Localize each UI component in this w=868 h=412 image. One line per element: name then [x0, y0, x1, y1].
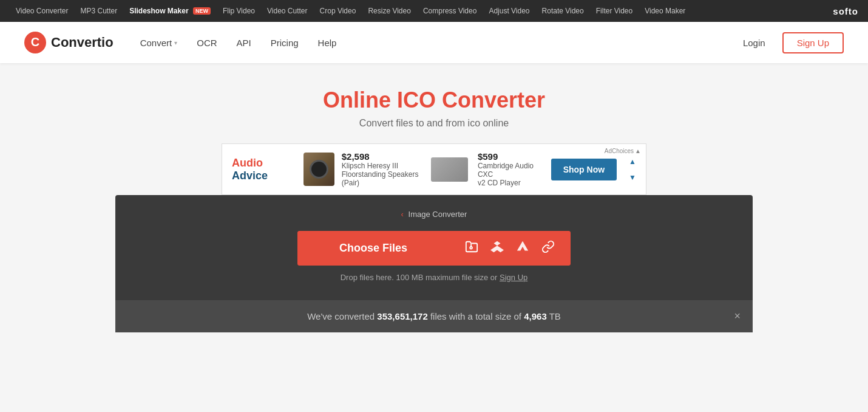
folder-icon-button[interactable]: [459, 240, 484, 256]
folder-icon: [465, 240, 478, 253]
login-button[interactable]: Login: [736, 33, 773, 53]
navbar-right: Login Sign Up: [736, 32, 844, 53]
ad-arrow-down[interactable]: ▼: [629, 173, 636, 182]
nav-link-pricing[interactable]: Pricing: [263, 33, 306, 53]
logo-text: Convertio: [51, 35, 114, 50]
ad-product1-info: $2,598 Klipsch Heresy III Floorstanding …: [342, 151, 432, 187]
topbar-link-rotate-video[interactable]: Rotate Video: [536, 0, 590, 22]
topbar-link-crop-video[interactable]: Crop Video: [314, 0, 362, 22]
drop-instructions: Drop files here. 100 MB maximum file siz…: [341, 273, 528, 282]
nav-link-api[interactable]: API: [229, 33, 259, 53]
signup-drop-link[interactable]: Sign Up: [500, 273, 527, 282]
topbar-link-resize-video[interactable]: Resize Video: [362, 0, 417, 22]
dropbox-icon: [490, 240, 504, 253]
stats-text: We've converted 353,651,172 files with a…: [307, 311, 561, 321]
chevron-down-icon: ▾: [174, 39, 177, 46]
ad-banner: AdChoices ▲ Audio Advice $2,598 Klipsch …: [222, 143, 646, 195]
converter-section: ‹ Image Converter Choose Files: [115, 195, 753, 332]
stats-size: 4,963: [524, 311, 547, 321]
nav-link-ocr[interactable]: OCR: [189, 33, 224, 53]
topbar-brand: softo: [833, 6, 858, 16]
new-badge: NEW: [193, 7, 211, 15]
topbar-link-adjust-video[interactable]: Adjust Video: [483, 0, 535, 22]
google-drive-icon-button[interactable]: [510, 240, 535, 256]
main-content: Online ICO Converter Convert files to an…: [0, 63, 868, 332]
ad-product2-name: Cambridge Audio CXC: [478, 162, 541, 179]
ad-brand-logo: Audio Advice: [232, 157, 296, 182]
navbar: C Convertio Convert ▾ OCR API Pricing He…: [0, 22, 868, 63]
nav-link-convert[interactable]: Convert ▾: [133, 33, 185, 53]
navbar-left: C Convertio Convert ▾ OCR API Pricing He…: [24, 32, 344, 53]
svg-text:C: C: [31, 35, 39, 49]
file-choose-row: Choose Files: [297, 231, 571, 266]
topbar-link-compress-video[interactable]: Compress Video: [417, 0, 483, 22]
topbar-links: Video Converter MP3 Cutter Slideshow Mak…: [10, 0, 691, 22]
nav-link-help[interactable]: Help: [311, 33, 344, 53]
ad-product1-image: [303, 153, 334, 186]
page-subtitle: Convert files to and from ico online: [359, 118, 509, 129]
logo[interactable]: C Convertio: [24, 32, 114, 53]
ad-left: Audio Advice $2,598 Klipsch Heresy III F…: [232, 151, 431, 187]
ad-right: $599 Cambridge Audio CXC v2 CD Player Sh…: [431, 151, 636, 187]
link-icon-button[interactable]: [535, 240, 561, 256]
page-title: Online ICO Converter: [323, 88, 545, 113]
topbar-link-slideshow-maker[interactable]: Slideshow Maker NEW: [123, 0, 217, 22]
topbar-link-video-converter[interactable]: Video Converter: [10, 0, 75, 22]
topbar-link-video-cutter[interactable]: Video Cutter: [261, 0, 314, 22]
topbar-link-mp3-cutter[interactable]: MP3 Cutter: [75, 0, 124, 22]
ad-product2-image: [431, 157, 468, 182]
link-icon: [541, 240, 555, 253]
breadcrumb-text: Image Converter: [409, 210, 467, 219]
topbar-link-video-maker[interactable]: Video Maker: [639, 0, 691, 22]
ad-product1-desc: Floorstanding Speakers (Pair): [342, 170, 432, 187]
ad-arrows: ▲ ▼: [629, 157, 636, 182]
ad-choices-arrow-up: ▲: [635, 148, 641, 154]
topbar-link-filter-video[interactable]: Filter Video: [590, 0, 639, 22]
dropbox-icon-button[interactable]: [484, 240, 510, 256]
converter-breadcrumb: ‹ Image Converter: [115, 210, 753, 219]
ad-product2-desc: v2 CD Player: [478, 179, 541, 187]
converter-body: Choose Files: [115, 231, 753, 300]
ad-choices: AdChoices ▲: [605, 148, 641, 154]
breadcrumb-arrow: ‹: [401, 210, 404, 219]
shop-now-button[interactable]: Shop Now: [551, 159, 617, 180]
topbar: Video Converter MP3 Cutter Slideshow Mak…: [0, 0, 868, 22]
ad-product2-info: $599 Cambridge Audio CXC v2 CD Player: [478, 151, 541, 187]
topbar-link-flip-video[interactable]: Flip Video: [217, 0, 261, 22]
logo-icon: C: [24, 32, 46, 53]
signup-button[interactable]: Sign Up: [782, 32, 844, 53]
google-drive-icon: [516, 240, 529, 253]
file-icons: [449, 231, 571, 266]
ad-product1-name: Klipsch Heresy III: [342, 162, 432, 170]
choose-files-button[interactable]: Choose Files: [297, 231, 449, 266]
ad-product2-price: $599: [478, 151, 541, 162]
stats-bar: We've converted 353,651,172 files with a…: [115, 300, 753, 332]
ad-arrow-up[interactable]: ▲: [629, 157, 636, 166]
close-stats-button[interactable]: ×: [734, 310, 741, 323]
nav-links: Convert ▾ OCR API Pricing Help: [133, 33, 344, 53]
ad-product1-price: $2,598: [342, 151, 432, 162]
stats-count: 353,651,172: [377, 311, 427, 321]
